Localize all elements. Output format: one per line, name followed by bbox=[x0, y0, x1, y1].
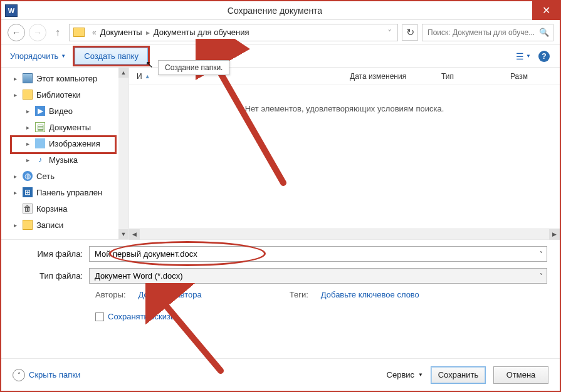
expand-icon[interactable]: ▸ bbox=[11, 222, 19, 229]
expand-icon[interactable]: ▸ bbox=[24, 108, 31, 115]
chevron-down-icon: ▼ bbox=[526, 53, 531, 59]
scroll-left-icon[interactable]: ◀ bbox=[129, 229, 140, 240]
navigation-bar: ← → ↑ « Документы ▸ Документы для обучен… bbox=[1, 20, 560, 45]
sidebar-scrollbar[interactable]: ▲ ▼ bbox=[118, 68, 128, 239]
checkbox-icon[interactable] bbox=[95, 312, 104, 321]
expand-icon[interactable]: ▸ bbox=[11, 91, 19, 98]
expand-icon[interactable]: ▸ bbox=[11, 189, 19, 196]
folder-icon bbox=[73, 28, 85, 37]
tree-label: Корзина bbox=[36, 204, 68, 214]
tree-label: Панель управлен bbox=[36, 188, 102, 197]
chevron-down-icon: ▼ bbox=[418, 372, 423, 378]
hide-folders-toggle[interactable]: ˄ Скрыть папки bbox=[13, 369, 80, 381]
help-button[interactable]: ? bbox=[538, 51, 550, 62]
tags-label: Теги: bbox=[290, 290, 308, 299]
search-input[interactable] bbox=[426, 28, 549, 38]
refresh-button[interactable]: ↻ bbox=[402, 24, 418, 41]
file-list-pane: И▲ Дата изменения Тип Разм Нет элементов… bbox=[129, 68, 560, 239]
scroll-right-icon[interactable]: ▶ bbox=[549, 229, 560, 240]
save-form: Имя файла: Мой первый документ.docx ˅ Ти… bbox=[1, 239, 560, 321]
tree-item-records[interactable]: ▸Записи bbox=[1, 217, 128, 233]
expand-icon[interactable]: ▸ bbox=[24, 140, 31, 147]
save-thumbnails-checkbox[interactable]: Сохранять эскизы bbox=[95, 312, 547, 321]
tools-menu[interactable]: Сервис ▼ bbox=[387, 370, 423, 379]
horizontal-scrollbar[interactable]: ◀ ▶ bbox=[129, 229, 560, 239]
expand-icon[interactable]: ▸ bbox=[11, 75, 19, 82]
tree-item-control-panel[interactable]: ▸⊞Панель управлен bbox=[1, 184, 128, 200]
tree-label: Библиотеки bbox=[36, 90, 80, 100]
chevron-down-icon[interactable]: ˅ bbox=[540, 250, 543, 257]
address-dropdown-icon[interactable]: ˅ bbox=[385, 29, 394, 36]
add-author-link[interactable]: Добавьте автора bbox=[139, 290, 202, 299]
breadcrumb-seg-2[interactable]: Документы для обучения bbox=[154, 28, 249, 37]
navigation-tree: ▸Этот компьютер ▸Библиотеки ▸▶Видео ▸▤До… bbox=[1, 68, 129, 239]
tree-label: Изображения bbox=[49, 139, 100, 148]
column-header-type[interactable]: Тип bbox=[434, 72, 503, 81]
back-button[interactable]: ← bbox=[8, 24, 25, 41]
tree-item-images[interactable]: ▸Изображения bbox=[1, 135, 128, 152]
forward-button[interactable]: → bbox=[29, 24, 46, 41]
tree-label: Записи bbox=[36, 220, 63, 230]
music-icon: ♪ bbox=[35, 155, 45, 165]
video-icon: ▶ bbox=[35, 106, 45, 116]
filetype-value: Документ Word (*.docx) bbox=[95, 271, 183, 281]
view-options-button[interactable]: ☰ ▼ bbox=[516, 51, 531, 61]
close-button[interactable]: ✕ bbox=[532, 1, 560, 20]
libraries-icon bbox=[23, 90, 33, 100]
add-tag-link[interactable]: Добавьте ключевое слово bbox=[321, 290, 419, 299]
tree-label: Этот компьютер bbox=[36, 74, 97, 83]
scroll-down-icon[interactable]: ▼ bbox=[118, 229, 128, 239]
control-panel-icon: ⊞ bbox=[23, 187, 33, 197]
folder-icon bbox=[23, 220, 33, 230]
expand-icon[interactable]: ▸ bbox=[24, 124, 31, 131]
filename-value: Мой первый документ.docx bbox=[95, 249, 197, 259]
dialog-footer: ˄ Скрыть папки Сервис ▼ Сохранить Отмена bbox=[1, 358, 560, 391]
filetype-label: Тип файла: bbox=[14, 271, 89, 281]
network-icon: ◍ bbox=[23, 171, 33, 181]
filetype-field[interactable]: Документ Word (*.docx) ˅ bbox=[89, 268, 547, 284]
chevron-right-icon: ▸ bbox=[146, 28, 150, 37]
tree-item-documents[interactable]: ▸▤Документы bbox=[1, 119, 128, 135]
new-folder-label: Создать папку bbox=[84, 51, 139, 61]
toolbar: Упорядочить ▼ Создать папку ↖ Создание п… bbox=[1, 45, 560, 68]
tree-item-libraries[interactable]: ▸Библиотеки bbox=[1, 86, 128, 103]
tree-item-music[interactable]: ▸♪Музыка bbox=[1, 152, 128, 168]
new-folder-tooltip: Создание папки. bbox=[158, 60, 229, 75]
tree-item-network[interactable]: ▸◍Сеть bbox=[1, 168, 128, 184]
tree-item-recycle-bin[interactable]: ▸🗑Корзина bbox=[1, 200, 128, 217]
computer-icon bbox=[23, 73, 33, 83]
cancel-button[interactable]: Отмена bbox=[493, 366, 548, 384]
search-icon[interactable]: 🔍 bbox=[539, 28, 549, 37]
tools-label: Сервис bbox=[387, 370, 415, 379]
empty-message: Нет элементов, удовлетворяющих условиям … bbox=[129, 104, 560, 113]
address-bar[interactable]: « Документы ▸ Документы для обучения ˅ bbox=[69, 24, 398, 41]
tree-label: Музыка bbox=[49, 155, 78, 165]
up-button[interactable]: ↑ bbox=[50, 25, 65, 40]
new-folder-button[interactable]: Создать папку ↖ bbox=[75, 48, 148, 64]
organize-menu[interactable]: Упорядочить ▼ bbox=[10, 51, 66, 61]
word-icon: W bbox=[5, 4, 18, 17]
expand-icon[interactable]: ▸ bbox=[24, 157, 31, 163]
column-header-date[interactable]: Дата изменения bbox=[342, 72, 434, 81]
title-bar: W Сохранение документа ✕ bbox=[1, 1, 560, 20]
save-button[interactable]: Сохранить bbox=[431, 366, 486, 384]
organize-label: Упорядочить bbox=[10, 51, 58, 61]
hide-folders-label: Скрыть папки bbox=[29, 370, 80, 379]
list-view-icon: ☰ bbox=[516, 51, 524, 61]
tree-label: Видео bbox=[49, 106, 73, 116]
scroll-up-icon[interactable]: ▲ bbox=[118, 68, 128, 78]
search-box[interactable]: 🔍 bbox=[422, 24, 553, 41]
tree-item-video[interactable]: ▸▶Видео bbox=[1, 103, 128, 119]
column-header-size[interactable]: Разм bbox=[503, 72, 560, 81]
tree-item-computer[interactable]: ▸Этот компьютер bbox=[1, 70, 128, 86]
breadcrumb-seg-1[interactable]: Документы bbox=[100, 28, 142, 37]
filename-field[interactable]: Мой первый документ.docx ˅ bbox=[89, 246, 547, 262]
window-title: Сохранение документа bbox=[18, 6, 532, 16]
expand-icon[interactable]: ▸ bbox=[11, 173, 19, 180]
collapse-icon: ˄ bbox=[13, 369, 25, 381]
filename-label: Имя файла: bbox=[14, 249, 89, 259]
chevron-down-icon: ▼ bbox=[61, 53, 66, 59]
chevron-down-icon[interactable]: ˅ bbox=[540, 272, 543, 279]
tree-label: Сеть bbox=[36, 172, 55, 181]
breadcrumb-prefix: « bbox=[92, 28, 97, 37]
